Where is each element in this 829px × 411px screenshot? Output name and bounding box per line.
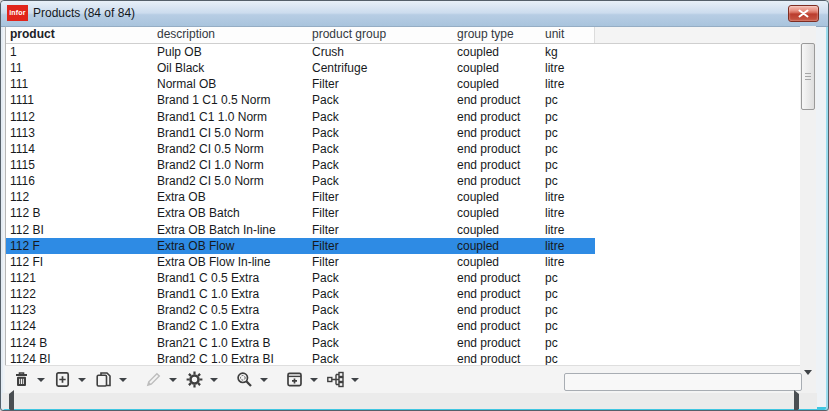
table-row[interactable]: 1123 Brand2 C 0.5 Extra Pack end product…: [6, 302, 595, 318]
cell-product: 1123: [10, 302, 36, 318]
table-row[interactable]: 1114 Brand2 CI 0.5 Norm Pack end product…: [6, 141, 595, 157]
cell-group-type: end product: [457, 141, 520, 157]
cell-unit: pc: [545, 335, 558, 351]
cell-product: 112 FI: [10, 254, 43, 270]
table-row[interactable]: 1 Pulp OB Crush coupled kg: [6, 44, 595, 60]
cell-unit: pc: [545, 318, 558, 334]
table-row[interactable]: 111 Normal OB Filter coupled litre: [6, 76, 595, 92]
cell-product: 11: [10, 60, 22, 76]
cell-product-group: Filter: [312, 254, 339, 270]
cell-group-type: end product: [457, 109, 520, 125]
cell-product-group: Pack: [312, 92, 339, 108]
copy-record-button[interactable]: [93, 369, 128, 391]
table-row[interactable]: 1122 Brand1 C 1.0 Extra Pack end product…: [6, 286, 595, 302]
table-row[interactable]: 1121 Brand1 C 0.5 Extra Pack end product…: [6, 270, 595, 286]
column-header-description[interactable]: description: [157, 27, 215, 43]
table-row[interactable]: 112 Extra OB Filter coupled litre: [6, 189, 595, 205]
dropdown-caret-icon[interactable]: [78, 378, 86, 382]
cell-description: Bran21 C 1.0 Extra B: [157, 335, 270, 351]
arrow-right-icon: [794, 390, 799, 411]
scroll-right-button[interactable]: [789, 393, 803, 409]
cell-description: Brand1 CI 5.0 Norm: [157, 125, 264, 141]
table-row[interactable]: 112 B Extra OB Batch Filter coupled litr…: [6, 205, 595, 221]
table-row[interactable]: 1124 B Bran21 C 1.0 Extra B Pack end pro…: [6, 335, 595, 351]
cell-product-group: Pack: [312, 270, 339, 286]
column-header-product[interactable]: product: [10, 27, 55, 43]
header-filler: [594, 27, 800, 43]
scroll-left-button[interactable]: [4, 393, 18, 409]
cell-product: 1115: [10, 157, 35, 173]
close-button[interactable]: [788, 5, 819, 22]
title-bar[interactable]: infor Products (84 of 84): [1, 1, 828, 27]
table-row[interactable]: 1113 Brand1 CI 5.0 Norm Pack end product…: [6, 125, 595, 141]
cell-product: 1113: [10, 125, 35, 141]
table-row[interactable]: 112 BI Extra OB Batch In-line Filter cou…: [6, 222, 595, 238]
scroll-down-button[interactable]: [800, 375, 816, 389]
cell-unit: kg: [545, 44, 558, 60]
cell-unit: litre: [545, 205, 564, 221]
cell-product-group: Pack: [312, 302, 339, 318]
cell-product: 112 B: [10, 205, 40, 221]
cell-product: 1: [10, 44, 17, 60]
cell-group-type: coupled: [457, 44, 499, 60]
cell-unit: litre: [545, 222, 564, 238]
new-window-button[interactable]: [284, 369, 319, 391]
dropdown-caret-icon[interactable]: [119, 378, 127, 382]
cell-product-group: Pack: [312, 157, 339, 173]
horizontal-scrollbar[interactable]: [2, 393, 817, 409]
table-row[interactable]: 11 Oil Black Centrifuge coupled litre: [6, 60, 595, 76]
table-row[interactable]: 1124 Brand2 C 1.0 Extra Pack end product…: [6, 318, 595, 334]
cell-description: Brand1 C 0.5 Extra: [157, 270, 259, 286]
table-row[interactable]: 112 FI Extra OB Flow In-line Filter coup…: [6, 254, 595, 270]
cell-product-group: Filter: [312, 238, 339, 254]
cell-unit: litre: [545, 254, 564, 270]
table-row[interactable]: 1111 Brand 1 C1 0.5 Norm Pack end produc…: [6, 92, 595, 108]
edit-button[interactable]: [143, 369, 178, 391]
cell-unit: litre: [545, 189, 564, 205]
column-header-group-type[interactable]: group type: [457, 27, 514, 43]
cell-product-group: Filter: [312, 222, 339, 238]
cell-group-type: end product: [457, 335, 520, 351]
table-row[interactable]: 1116 Brand2 CI 5.0 Norm Pack end product…: [6, 173, 595, 189]
status-input[interactable]: [564, 373, 802, 391]
toolbar: [5, 365, 800, 393]
table-row[interactable]: 1115 Brand2 CI 1.0 Norm Pack end product…: [6, 157, 595, 173]
cell-group-type: end product: [457, 318, 520, 334]
new-record-button[interactable]: [52, 369, 87, 391]
cell-unit: litre: [545, 76, 564, 92]
dropdown-caret-icon[interactable]: [169, 378, 177, 382]
cell-product-group: Pack: [312, 173, 339, 189]
delete-button[interactable]: [11, 369, 46, 391]
cell-description: Brand1 C1 1.0 Norm: [157, 109, 267, 125]
table-row[interactable]: 1112 Brand1 C1 1.0 Norm Pack end product…: [6, 109, 595, 125]
cell-description: Brand2 CI 5.0 Norm: [157, 173, 264, 189]
table-row[interactable]: 112 F Extra OB Flow Filter coupled litre: [6, 238, 595, 254]
column-header-product-group[interactable]: product group: [312, 27, 386, 43]
cell-description: Extra OB: [157, 189, 206, 205]
cell-product: 1122: [10, 286, 36, 302]
close-icon: [798, 6, 809, 21]
new-record-icon: [53, 370, 72, 389]
cell-product: 1124 B: [10, 335, 47, 351]
settings-button[interactable]: [184, 369, 219, 391]
dropdown-caret-icon[interactable]: [37, 378, 45, 382]
column-header-unit[interactable]: unit: [545, 27, 564, 43]
dropdown-caret-icon[interactable]: [310, 378, 318, 382]
dropdown-caret-icon[interactable]: [210, 378, 218, 382]
cell-product-group: Centrifuge: [312, 60, 367, 76]
copy-record-icon: [94, 370, 113, 389]
arrow-down-icon: [804, 370, 812, 390]
vertical-scrollbar[interactable]: [800, 26, 816, 393]
cell-unit: pc: [545, 92, 558, 108]
cell-product: 1124: [10, 318, 36, 334]
dropdown-caret-icon[interactable]: [260, 378, 268, 382]
cell-description: Extra OB Batch In-line: [157, 222, 276, 238]
scroll-up-button[interactable]: [800, 28, 816, 42]
cell-description: Extra OB Flow: [157, 238, 234, 254]
cell-product-group: Pack: [312, 141, 339, 157]
vertical-scroll-thumb[interactable]: [801, 43, 815, 110]
hierarchy-button[interactable]: [325, 369, 360, 391]
dropdown-caret-icon[interactable]: [351, 378, 359, 382]
zoom-button[interactable]: [234, 369, 269, 391]
cell-group-type: coupled: [457, 60, 499, 76]
